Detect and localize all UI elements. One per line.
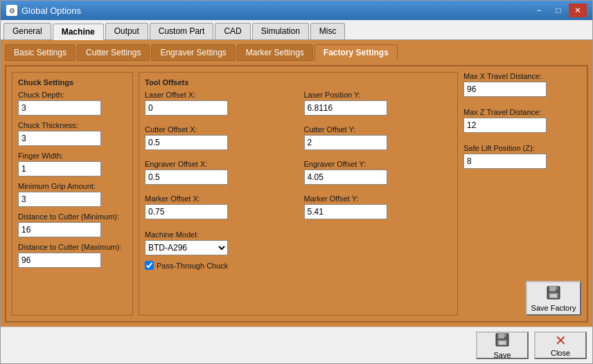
finger-width-label: Finger Width: xyxy=(18,152,127,160)
save-factory-label: Save Factory xyxy=(531,304,576,312)
marker-offset-y-label: Marker Offset Y: xyxy=(304,194,452,203)
tab-output[interactable]: Output xyxy=(105,23,148,39)
tab-cad[interactable]: CAD xyxy=(215,23,250,39)
max-z-travel-group: Max Z Travel Distance: xyxy=(463,108,581,133)
chuck-thickness-label: Chuck Thickness: xyxy=(18,121,127,129)
max-z-travel-input[interactable] xyxy=(463,118,547,133)
cutter-offset-y-label: Cutter Offset Y: xyxy=(304,125,452,134)
dist-min-group: Distance to Cutter (Minimum): xyxy=(18,212,127,237)
chuck-thickness-group: Chuck Thickness: xyxy=(18,121,127,146)
close-label: Close xyxy=(551,349,570,357)
svg-rect-1 xyxy=(549,286,556,291)
marker-offset-y-input[interactable] xyxy=(304,204,387,219)
svg-rect-9 xyxy=(504,334,506,337)
tab-machine[interactable]: Machine xyxy=(53,24,104,40)
chuck-settings-group: Chuck Settings Chuck Depth: Chuck Thickn… xyxy=(12,72,133,316)
svg-rect-4 xyxy=(556,286,558,290)
content-area: Basic Settings Cutter Settings Engraver … xyxy=(1,40,592,327)
finger-width-group: Finger Width: xyxy=(18,152,127,176)
save-factory-button[interactable]: Save Factory xyxy=(526,281,581,316)
safe-lift-input[interactable] xyxy=(463,154,547,169)
sub-tab-factory[interactable]: Factory Settings xyxy=(315,44,398,61)
max-z-travel-label: Max Z Travel Distance: xyxy=(463,108,581,116)
cutter-offset-y-input[interactable] xyxy=(304,135,387,150)
min-grip-label: Minimum Grip Amount: xyxy=(18,182,127,190)
finger-width-input[interactable] xyxy=(18,161,101,176)
engraver-offset-y-input[interactable] xyxy=(304,170,387,185)
sub-tab-cutter[interactable]: Cutter Settings xyxy=(77,44,150,61)
factory-settings-panel: Chuck Settings Chuck Depth: Chuck Thickn… xyxy=(5,65,588,322)
title-bar: ⚙ Global Options − □ ✕ xyxy=(1,1,592,20)
maximize-button[interactable]: □ xyxy=(549,3,567,17)
sub-tab-bar: Basic Settings Cutter Settings Engraver … xyxy=(5,44,588,61)
main-window: ⚙ Global Options − □ ✕ General Machine O… xyxy=(0,0,593,364)
dist-min-input[interactable] xyxy=(18,222,101,237)
tab-custom-part[interactable]: Custom Part xyxy=(150,23,214,39)
marker-offset-x-input[interactable] xyxy=(145,204,228,219)
laser-offset-x-label: Laser Offset X: xyxy=(145,91,293,99)
engraver-offset-x-label: Engraver Offset X: xyxy=(145,160,293,168)
cutter-offset-x-label: Cutter Offset X: xyxy=(145,125,293,134)
sub-tab-basic[interactable]: Basic Settings xyxy=(5,44,76,61)
main-tab-bar: General Machine Output Custom Part CAD S… xyxy=(1,20,592,40)
tool-offsets-title: Tool Offsets xyxy=(145,78,452,87)
engraver-offset-x-input[interactable] xyxy=(145,170,228,185)
dist-max-label: Distance to Cutter (Maximum): xyxy=(18,243,127,251)
svg-rect-6 xyxy=(498,334,504,338)
save-icon xyxy=(495,332,510,349)
bottom-bar: Save ✕ Close xyxy=(1,327,592,363)
tool-offsets-group: Tool Offsets Laser Offset X: Laser Posit… xyxy=(139,72,458,316)
minimize-button[interactable]: − xyxy=(530,3,548,17)
engraver-offset-y-label: Engraver Offset Y: xyxy=(304,160,452,168)
pass-through-row: Pass-Through Chuck xyxy=(145,261,452,270)
marker-offset-x-group: Marker Offset X: xyxy=(145,194,293,219)
max-x-travel-input[interactable] xyxy=(463,82,547,97)
pass-through-label: Pass-Through Chuck xyxy=(157,262,228,270)
laser-pos-y-group: Laser Position Y: xyxy=(304,91,452,116)
laser-offset-x-group: Laser Offset X: xyxy=(145,91,293,116)
tab-simulation[interactable]: Simulation xyxy=(252,23,309,39)
title-controls: − □ ✕ xyxy=(530,3,587,17)
laser-pos-y-input[interactable] xyxy=(304,100,387,116)
tab-general[interactable]: General xyxy=(3,23,51,39)
safe-lift-group: Safe Lift Position (Z): xyxy=(463,144,581,169)
chuck-depth-label: Chuck Depth: xyxy=(18,91,127,99)
right-panel: Max X Travel Distance: Max Z Travel Dist… xyxy=(463,72,581,316)
machine-model-label: Machine Model: xyxy=(145,230,452,239)
sub-tab-engraver[interactable]: Engraver Settings xyxy=(151,44,235,61)
close-icon: ✕ xyxy=(555,334,567,347)
close-title-button[interactable]: ✕ xyxy=(569,3,587,17)
save-factory-icon xyxy=(546,285,561,302)
save-button[interactable]: Save xyxy=(476,331,529,359)
dist-max-input[interactable] xyxy=(18,253,101,268)
sub-tab-marker[interactable]: Marker Settings xyxy=(237,44,313,61)
min-grip-input[interactable] xyxy=(18,192,101,207)
title-bar-left: ⚙ Global Options xyxy=(6,5,81,16)
chuck-thickness-input[interactable] xyxy=(18,131,101,146)
chuck-depth-group: Chuck Depth: xyxy=(18,91,127,116)
window-title: Global Options xyxy=(21,6,81,16)
cutter-offset-x-group: Cutter Offset X: xyxy=(145,125,293,150)
laser-offset-x-input[interactable] xyxy=(145,100,228,116)
max-x-travel-label: Max X Travel Distance: xyxy=(463,72,581,80)
laser-pos-y-label: Laser Position Y: xyxy=(304,91,452,99)
cutter-offset-y-group: Cutter Offset Y: xyxy=(304,125,452,150)
close-button[interactable]: ✕ Close xyxy=(534,331,587,359)
min-grip-group: Minimum Grip Amount: xyxy=(18,182,127,207)
offset-grid: Laser Offset X: Laser Position Y: Cutter… xyxy=(145,91,452,225)
marker-offset-x-label: Marker Offset X: xyxy=(145,194,293,203)
marker-offset-y-group: Marker Offset Y: xyxy=(304,194,452,219)
tab-misc[interactable]: Misc xyxy=(310,23,346,39)
chuck-settings-title: Chuck Settings xyxy=(18,78,127,87)
machine-model-section: Machine Model: BTD-A296 BTD-A100 BTD-B20… xyxy=(145,230,452,255)
safe-lift-label: Safe Lift Position (Z): xyxy=(463,144,581,152)
machine-model-select[interactable]: BTD-A296 BTD-A100 BTD-B200 xyxy=(145,240,228,255)
engraver-offset-y-group: Engraver Offset Y: xyxy=(304,160,452,185)
cutter-offset-x-input[interactable] xyxy=(145,135,228,150)
max-x-travel-group: Max X Travel Distance: xyxy=(463,72,581,97)
pass-through-checkbox[interactable] xyxy=(145,261,154,270)
save-label: Save xyxy=(493,351,511,359)
engraver-offset-x-group: Engraver Offset X: xyxy=(145,160,293,185)
app-icon: ⚙ xyxy=(6,5,17,16)
chuck-depth-input[interactable] xyxy=(18,100,101,116)
